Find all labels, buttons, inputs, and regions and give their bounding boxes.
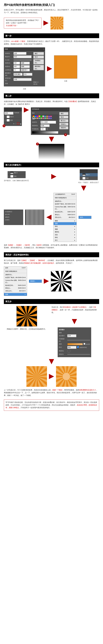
mode-select[interactable]: RGB 颜色 [14, 73, 22, 76]
tab-layers[interactable]: 图层 [5, 108, 8, 111]
layer-row[interactable]: 背景 [4, 118, 22, 122]
step3-desc: 选择【滤镜】→【扭曲】→【波浪】，弹出【波浪】设置面板，你可以参考上面的数据，如… [4, 244, 99, 249]
sunburst-preview [50, 16, 63, 30]
menu-item[interactable]: 上次滤镜操作(F)Ctrl+F [54, 193, 76, 196]
menu-item[interactable]: 波浪Ctrl+F [4, 266, 27, 269]
menu-item[interactable]: 像素化▸ [54, 230, 76, 234]
intro-text: 在我们工作中，常常会遇到一些非常棒的放射性效果，看似非常高大上，其实仔细研究下，… [4, 9, 99, 14]
menu-item[interactable]: 消失点(V)...Alt+Ctrl+V [4, 290, 27, 292]
eye-icon[interactable] [4, 116, 6, 118]
fx-icon[interactable]: fx [13, 123, 14, 126]
menu-item-distort[interactable]: 扭曲▸ [4, 293, 27, 296]
lbl: 不透明度(P): [59, 338, 66, 342]
gradient-picker[interactable] [67, 343, 83, 345]
layer-row[interactable]: 图层 2 [80, 173, 98, 176]
layer-name: 图层 2 [10, 116, 14, 118]
menu-item[interactable]: 液化(L)...Shift+Ctrl+X [4, 287, 27, 290]
size-select[interactable] [14, 60, 32, 60]
eye-icon[interactable] [8, 172, 10, 174]
gradient-bar[interactable] [32, 131, 58, 134]
cancel-button[interactable]: 取消 [59, 116, 68, 119]
eye-icon[interactable] [8, 176, 10, 177]
menu-item[interactable]: Camera Raw 滤镜(C)...Shift+Ctrl+A [54, 206, 76, 210]
menu-item[interactable]: 自适应广角(A)...Alt+Shift+Ctrl+A [54, 202, 76, 206]
layers-panel-3: 图层 图层 2 背景 [80, 169, 98, 180]
name-input[interactable]: 放射 [14, 52, 26, 55]
mask-icon[interactable] [15, 123, 16, 124]
t: 在图层面板中如1红圈出的地方新建图层2， [4, 100, 36, 102]
reverse-check[interactable]: 反向(R) [84, 343, 90, 345]
menu-item-wave[interactable]: 波浪... [79, 216, 91, 219]
menu-item[interactable]: 视频▸ [54, 228, 76, 231]
menu-item[interactable]: 其它▸ [54, 239, 76, 242]
scale-slider[interactable] [67, 354, 90, 354]
res-input[interactable]: 72 [14, 69, 20, 72]
menu-item[interactable]: Camera Raw 滤镜(C)...Shift+Ctrl+A [4, 279, 27, 284]
promo-box: 制作类似右面的放射性背景，你准备好了吗？ 好的！让我们一起来学习吧！ 方法请看下… [4, 18, 42, 28]
step5-right-text: 完成之后，我们双击图层2（就是那个全变图层），选择【渐变叠加】，如第一步一样，只… [52, 306, 97, 314]
load-button[interactable]: 载入(L)... [59, 119, 68, 122]
menu-item[interactable]: 镜头校正(R)...Shift+Ctrl+R [54, 210, 76, 213]
footer-box: 学习PS很个喜欢的过程，无论你是专业的设计师，还是业余爱好者，你们喜欢PS，相信… [4, 400, 99, 411]
save-button[interactable]: 存储(S)... [59, 123, 68, 126]
menu-item[interactable]: 镜头校正(R)...Shift+Ctrl+R [4, 284, 27, 287]
tab-layers[interactable]: 图层 [81, 170, 84, 172]
menu-item[interactable]: 渲染▸ [54, 234, 76, 236]
layer-row[interactable]: 图层 2 [4, 115, 22, 118]
menu-item[interactable]: 杂色▸ [54, 236, 76, 239]
unit-select[interactable]: 像素 [21, 62, 30, 64]
menu-item[interactable]: 滤镜库(G)... [54, 200, 76, 203]
eye-icon[interactable] [80, 178, 82, 179]
menu-item[interactable]: 模糊▸ [54, 220, 76, 222]
ok-button[interactable]: 确定 [59, 112, 68, 115]
new-button[interactable]: 新建(W) [59, 126, 68, 129]
eye-icon[interactable] [4, 120, 6, 121]
arrow-right-icon [47, 66, 52, 71]
save-preset-button[interactable]: 存储预设(S)... [33, 59, 44, 64]
final-sunburst-2 [56, 366, 76, 387]
opacity-slider[interactable] [67, 340, 90, 340]
menu-item[interactable]: 液化(L)...Shift+Ctrl+X [54, 213, 76, 216]
height-input[interactable]: 400 [14, 65, 20, 68]
menu-item[interactable]: 消失点(V)...Alt+Ctrl+V [54, 216, 76, 219]
arrow-right-icon [49, 374, 54, 379]
adv-toggle[interactable]: 高级 [5, 82, 8, 85]
style-select[interactable]: 线性 [67, 346, 76, 349]
menu-item[interactable]: 滤镜库(G)... [4, 273, 27, 276]
blend-select[interactable]: 正常 [4, 112, 14, 115]
layer-row[interactable]: 背景 [8, 175, 26, 178]
grad-type-select[interactable]: 实底 [40, 124, 50, 127]
menu-item[interactable]: 转换为智能滤镜(S) [54, 196, 76, 199]
width-input[interactable]: 400 [14, 62, 20, 64]
blend-select[interactable]: 正常 [67, 334, 76, 337]
bit-select[interactable]: 8 位 [23, 73, 32, 76]
wave-settings: 生成器数(G): 波长(W): 波幅(A): 比例(S): [4, 210, 23, 225]
delete-preset-button[interactable]: 删除预设(D)... [33, 65, 44, 70]
eye-icon[interactable] [80, 174, 82, 176]
trash-icon[interactable]: 🗑 [20, 123, 21, 126]
menu-item-distort[interactable]: 扭曲▸ [54, 222, 76, 225]
layer-thumb [6, 116, 10, 118]
new-layer-icon[interactable] [18, 123, 19, 124]
menu-item[interactable]: 自适应广角(A)...Alt+Shift+Ctrl+A [4, 276, 27, 279]
layer-row[interactable]: 图层 2 [8, 171, 26, 175]
menu-item[interactable]: 转换为智能滤镜(S) [4, 270, 27, 273]
step2-text: 在图层面板中如1红圈出的地方新建图层2，完成之后，双击图层，弹出图层样式，勾选【… [4, 100, 99, 106]
close-icon[interactable]: × [68, 108, 68, 110]
menu-item[interactable]: 锐化▸ [54, 225, 76, 228]
angle-dial[interactable] [67, 350, 70, 352]
close-icon[interactable]: × [43, 48, 44, 50]
layer-row[interactable]: 背景 [80, 176, 98, 180]
cancel-button[interactable]: 取消 [33, 56, 44, 58]
ok-button[interactable]: 确定 [33, 52, 44, 55]
page-title: 用PS如何制作放射性效果特效(初级入门) [4, 2, 99, 7]
bg-select[interactable]: 白色 [14, 78, 32, 81]
unit-select[interactable]: 像素 [21, 65, 30, 68]
smooth-input[interactable]: 100 [40, 128, 46, 130]
preset-select[interactable]: 自定 [14, 56, 32, 58]
grad-name-input[interactable]: 黑, 白渐变 [40, 121, 56, 124]
align-check[interactable]: 与图层对齐(I) [77, 346, 87, 348]
res-unit-select[interactable]: 像素/英寸 [21, 69, 30, 72]
step5-header: 第五步 [4, 299, 99, 304]
menu-item-polar[interactable]: 极坐标... [29, 280, 42, 282]
